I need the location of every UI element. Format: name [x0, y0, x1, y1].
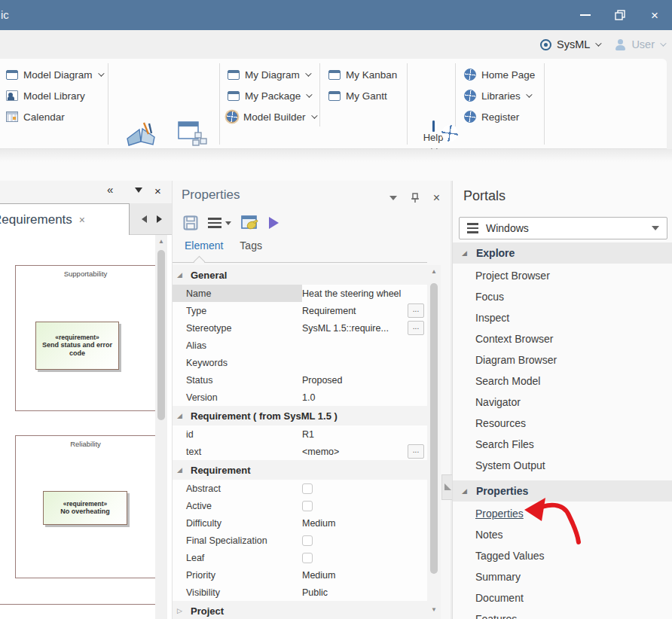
- portal-item-search-files[interactable]: Search Files: [453, 434, 672, 455]
- run-play-icon[interactable]: [269, 217, 279, 229]
- section-title: General: [191, 270, 227, 281]
- property-row[interactable]: TypeRequirement...: [173, 302, 427, 319]
- tab-element[interactable]: Element: [185, 239, 223, 252]
- property-section-header[interactable]: ◢Requirement: [173, 460, 427, 480]
- property-row[interactable]: Alias: [173, 337, 427, 354]
- portal-item-system-output[interactable]: System Output: [453, 455, 672, 476]
- close-button[interactable]: ×: [637, 0, 672, 30]
- property-row[interactable]: text<memo>...: [173, 443, 427, 460]
- diagram-canvas[interactable]: Supportability «requirement» Send status…: [0, 235, 172, 619]
- my-kanban-button[interactable]: My Kanban: [328, 65, 397, 84]
- portal-item-project-browser[interactable]: Project Browser: [453, 265, 672, 286]
- restore-button[interactable]: [603, 0, 637, 30]
- tab-close-icon[interactable]: ×: [79, 214, 85, 226]
- portal-item-features[interactable]: Features: [453, 608, 672, 619]
- portal-item-summary[interactable]: Summary: [453, 566, 672, 587]
- ellipsis-button[interactable]: ...: [408, 444, 424, 459]
- property-row[interactable]: DifficultyMedium: [173, 514, 427, 532]
- scroll-up-icon[interactable]: ▲: [427, 268, 441, 275]
- tab-scroll-left-icon[interactable]: [142, 215, 147, 223]
- property-row[interactable]: idR1: [173, 425, 427, 443]
- property-checkbox[interactable]: [302, 553, 313, 563]
- portal-item-focus[interactable]: Focus: [453, 286, 672, 307]
- property-row[interactable]: StatusProposed: [173, 371, 427, 389]
- libraries-button[interactable]: Libraries: [464, 86, 530, 105]
- help-pinwheel-icon: [432, 120, 435, 132]
- properties-vertical-scrollbar[interactable]: ▲ ▼: [427, 265, 441, 619]
- portal-item-properties[interactable]: Properties: [453, 503, 672, 524]
- tab-tags[interactable]: Tags: [240, 239, 262, 252]
- save-icon[interactable]: [183, 215, 198, 230]
- panel-close-icon[interactable]: ×: [433, 191, 440, 205]
- portal-item-context-browser[interactable]: Context Browser: [453, 328, 672, 349]
- property-label: Status: [173, 371, 302, 389]
- property-checkbox[interactable]: [302, 483, 313, 494]
- chevron-down-icon: [311, 112, 317, 118]
- portal-item-navigator[interactable]: Navigator: [453, 392, 672, 413]
- portal-item-document[interactable]: Document: [453, 587, 672, 608]
- user-menu[interactable]: User: [631, 38, 655, 50]
- property-row[interactable]: Abstract: [173, 480, 427, 497]
- calendar-button[interactable]: Calendar: [6, 107, 65, 127]
- chevron-down-icon[interactable]: [596, 40, 602, 46]
- panel-dropdown-icon[interactable]: [389, 196, 397, 200]
- property-row[interactable]: StereotypeSysML 1.5::require......: [173, 319, 427, 337]
- property-row[interactable]: VisibilityPublic: [173, 584, 427, 601]
- property-checkbox[interactable]: [302, 501, 313, 511]
- property-row[interactable]: NameHeat the steering wheel: [173, 285, 427, 302]
- portal-item-search-model[interactable]: Search Model: [453, 370, 672, 392]
- scrollbar-thumb[interactable]: [157, 250, 165, 420]
- scroll-down-icon[interactable]: ▼: [427, 606, 441, 613]
- panel-close-icon[interactable]: ×: [154, 184, 161, 197]
- portal-item-diagram-browser[interactable]: Diagram Browser: [453, 349, 672, 370]
- menu-icon[interactable]: [208, 218, 221, 228]
- chevron-down-icon: [98, 70, 104, 76]
- portals-dropdown[interactable]: Windows: [459, 217, 667, 239]
- tab-divider: [173, 262, 427, 263]
- portal-item-tagged-values[interactable]: Tagged Values: [453, 545, 672, 566]
- tab-scroll-right-icon[interactable]: [157, 215, 162, 223]
- property-label: Visibility: [173, 584, 302, 601]
- model-builder-button[interactable]: Model Builder: [226, 107, 316, 127]
- portal-section-header[interactable]: ◢Explore: [453, 242, 672, 264]
- property-section-header[interactable]: ◢General: [173, 265, 427, 285]
- property-row[interactable]: Version1.0: [173, 389, 427, 406]
- property-row[interactable]: Keywords: [173, 354, 427, 371]
- portal-item-notes[interactable]: Notes: [453, 524, 672, 545]
- property-row[interactable]: Leaf: [173, 549, 427, 566]
- scroll-up-icon[interactable]: ▲: [155, 238, 167, 245]
- model-diagram-button[interactable]: Model Diagram: [6, 65, 102, 84]
- pinwheel-icon: [464, 90, 476, 102]
- property-section-header[interactable]: ◢Requirement ( from SysML 1.5 ): [173, 406, 427, 425]
- minimize-button[interactable]: [568, 0, 603, 30]
- scrollbar-thumb[interactable]: [430, 283, 438, 574]
- collapse-left-icon[interactable]: «: [107, 183, 113, 196]
- my-gantt-button[interactable]: My Gantt: [328, 86, 387, 105]
- my-diagram-button[interactable]: My Diagram: [228, 65, 310, 84]
- menu-dropdown-icon[interactable]: [225, 221, 231, 225]
- model-library-button[interactable]: Model Library: [6, 86, 85, 105]
- property-checkbox[interactable]: [302, 535, 313, 546]
- perspective-selector[interactable]: SysML: [557, 38, 590, 50]
- requirement-element[interactable]: «requirement» No overheating: [43, 491, 127, 525]
- portal-section-header[interactable]: ◢Properties: [453, 480, 672, 502]
- property-row[interactable]: Active: [173, 497, 427, 514]
- chevron-down-icon[interactable]: [660, 40, 666, 46]
- property-row[interactable]: PriorityMedium: [173, 566, 427, 584]
- ellipsis-button[interactable]: ...: [408, 303, 424, 318]
- property-section-header[interactable]: ▷Project: [173, 601, 427, 619]
- ellipsis-button[interactable]: ...: [408, 321, 424, 335]
- portal-item-inspect[interactable]: Inspect: [453, 307, 672, 328]
- property-row[interactable]: Final Specialization: [173, 532, 427, 549]
- diagram-vertical-scrollbar[interactable]: ▲: [155, 235, 167, 619]
- panel-menu-triangle-icon[interactable]: [135, 188, 142, 193]
- home-page-button[interactable]: Home Page: [464, 65, 535, 84]
- requirement-element[interactable]: «requirement» Send status and error code: [35, 322, 119, 370]
- portals-panel: Portals Windows ◢ExploreProject BrowserF…: [452, 181, 672, 619]
- pin-icon[interactable]: [411, 193, 420, 203]
- portal-item-resources[interactable]: Resources: [453, 413, 672, 434]
- my-package-button[interactable]: My Package: [228, 86, 310, 105]
- register-button[interactable]: Register: [464, 107, 519, 127]
- tab-requirements[interactable]: Requirements ×: [0, 203, 130, 235]
- properties-dialog-icon[interactable]: [241, 215, 259, 231]
